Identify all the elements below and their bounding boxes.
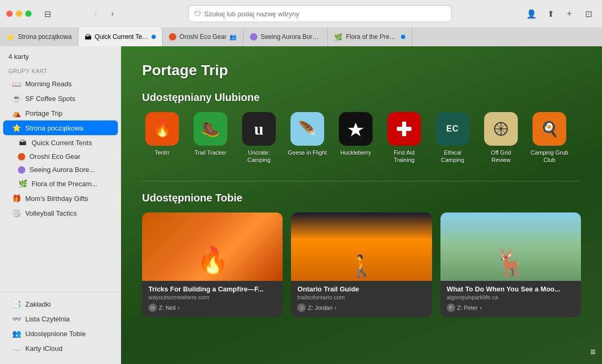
trail-info: Ontario Trail Guide trailsofontario.com … [291, 281, 432, 317]
trail-image [291, 213, 432, 281]
huckleberry-label: Huckleberry [340, 149, 372, 156]
back-button[interactable]: ‹ [88, 6, 103, 21]
portage-trip-icon: ⛺ [12, 108, 21, 118]
shared-with-you-icon: 👥 [12, 329, 21, 338]
fav-trail-tracker[interactable]: 🥾 Trail Tracker [190, 112, 230, 164]
sidebar-item-moms-birthday[interactable]: 🎁 Mom's Birthday Gifts [3, 191, 118, 206]
sidebar-item-sf-coffee[interactable]: ☕ SF Coffee Spots [3, 91, 118, 106]
sidebar-item-flora[interactable]: 🌿 Flora of the Precam... [3, 176, 118, 191]
uncrate-label: Uncrate: Camping [239, 149, 279, 164]
traffic-lights [6, 11, 32, 17]
tab-notification-dot [152, 35, 156, 39]
campfire-info: Tricks For Building a Campfire—F... wayo… [142, 281, 283, 317]
sidebar-item-aurora-label: Seeing Aurora Bore... [29, 166, 109, 174]
off-grid-icon [484, 112, 518, 146]
sidebar-item-oroshi[interactable]: Oroshi Eco Gear [3, 150, 118, 163]
fav-geese[interactable]: 🪶 Geese in Flight [287, 112, 327, 164]
tab-oroshi-label: Oroshi Eco Gear [179, 33, 226, 41]
campfire-image [142, 213, 283, 281]
shared-with-you-title: Udostępnione Tobie [142, 192, 581, 204]
fav-ethical-camping[interactable]: EC Ethical Camping [433, 112, 473, 164]
geese-label: Geese in Flight [288, 149, 327, 156]
forward-button[interactable]: › [105, 6, 120, 21]
sidebar-reading-label: Lista Czytelnia [25, 315, 109, 323]
address-bar[interactable]: 🛡 [188, 5, 452, 22]
tab-oroshi[interactable]: Oroshi Eco Gear 👥 [163, 27, 244, 46]
shared-card-campfire[interactable]: Tricks For Building a Campfire—F... wayo… [142, 213, 283, 317]
morning-reads-icon: 📖 [12, 79, 21, 88]
tentrr-icon: 🔥 [145, 112, 179, 146]
icloud-icon: ☁️ [12, 343, 21, 353]
tab-overview-button[interactable]: ⊡ [581, 6, 596, 21]
sidebar-item-volleyball-label: Volleyball Tactics [25, 209, 109, 217]
new-tab-button[interactable]: + [562, 6, 577, 21]
fullscreen-button[interactable] [25, 11, 32, 17]
first-aid-label: First Aid Training [384, 149, 424, 164]
ethical-camping-icon: EC [436, 112, 469, 146]
fav-huckleberry[interactable]: Huckleberry [336, 112, 376, 164]
tab-star-icon: ⭐ [6, 33, 15, 41]
search-input[interactable] [204, 10, 446, 18]
sidebar-item-quick-current[interactable]: 🏔 Quick Current Tents [3, 135, 118, 150]
tab-start-page[interactable]: ⭐ Strona początkowa [0, 27, 78, 46]
trail-author: J Z: Jordan › [297, 304, 425, 312]
aurora-icon [18, 166, 25, 174]
profile-icon[interactable]: 👤 [524, 6, 539, 21]
sidebar-item-icloud-tabs[interactable]: ☁️ Karty iCloud [3, 341, 118, 356]
sidebar-item-reading-list[interactable]: 👓 Lista Czytelnia [3, 311, 118, 326]
fav-uncrate[interactable]: u Uncrate: Camping [239, 112, 279, 164]
camping-grub-label: Camping Grub Club [529, 149, 569, 164]
camping-grub-icon: 🍳 [533, 112, 566, 146]
page-title: Portage Trip [142, 62, 581, 79]
sidebar-item-sf-coffee-label: SF Coffee Spots [25, 95, 109, 103]
peter-avatar: P [447, 304, 455, 312]
tab-aurora[interactable]: Seeing Aurora Boreali... [244, 27, 328, 46]
huckleberry-icon [339, 112, 373, 146]
sidebar-item-shared-with-you[interactable]: 👥 Udostępnione Tobie [3, 326, 118, 341]
sidebar-item-moms-label: Mom's Birthday Gifts [25, 195, 109, 203]
first-aid-icon [387, 112, 421, 146]
tab-quick-current-tents[interactable]: 🏔 Quick Current Tents [78, 27, 163, 46]
close-button[interactable] [6, 11, 13, 17]
fav-off-grid[interactable]: Off Grid Review [481, 112, 521, 164]
sidebar-item-start-label: Strona początkowa [25, 124, 109, 132]
sidebar-item-volleyball[interactable]: 🏐 Volleyball Tactics [3, 206, 118, 220]
jordan-avatar: J [297, 304, 306, 312]
share-icon[interactable]: ⬆ [543, 6, 558, 21]
bookmarks-icon: 📑 [12, 299, 21, 309]
sidebar-item-portage-label: Portage Trip [25, 109, 109, 117]
fav-first-aid[interactable]: First Aid Training [384, 112, 424, 164]
sidebar-icloud-label: Karty iCloud [25, 345, 109, 352]
tabs-count: 4 karty [0, 50, 121, 65]
sf-coffee-icon: ☕ [12, 94, 21, 103]
tab-start-label: Strona początkowa [18, 33, 72, 41]
quick-current-icon: 🏔 [18, 138, 27, 147]
sidebar: 4 karty Grupy kart 📖 Morning Reads ☕ SF … [0, 46, 121, 364]
minimize-button[interactable] [16, 11, 22, 17]
fav-tentrr[interactable]: 🔥 Tentrr [142, 112, 182, 164]
sidebar-item-oroshi-label: Oroshi Eco Gear [29, 153, 109, 160]
sidebar-item-quick-label: Quick Current Tents [32, 139, 109, 147]
shared-card-moose[interactable]: What To Do When You See a Moo... algonqu… [440, 213, 581, 317]
sidebar-item-aurora[interactable]: Seeing Aurora Bore... [3, 163, 118, 176]
trail-tracker-label: Trail Tracker [195, 149, 227, 156]
campfire-domain: wayoutsomewhere.com [148, 294, 276, 300]
sidebar-item-flora-label: Flora of the Precam... [32, 180, 109, 188]
section-divider [142, 181, 581, 181]
sidebar-item-start-page[interactable]: ⭐ Strona początkowa [3, 120, 118, 135]
tab-aurora-label: Seeing Aurora Boreali... [260, 33, 321, 41]
sidebar-toggle-button[interactable]: ⊟ [42, 8, 53, 19]
volleyball-icon: 🏐 [12, 208, 21, 218]
tab-flora[interactable]: 🌿 Flora of the Precambi... [328, 27, 412, 46]
content-area: Portage Trip Udostępniany Ulubione 🔥 Ten… [121, 46, 602, 364]
titlebar: ⊟ ‹ › 🛡 👤 ⬆ + ⊡ [0, 0, 602, 27]
sidebar-item-bookmarks[interactable]: 📑 Zakładki [3, 297, 118, 311]
sidebar-item-portage-trip[interactable]: ⛺ Portage Trip [3, 106, 118, 120]
sidebar-item-morning-reads[interactable]: 📖 Morning Reads [3, 76, 118, 91]
campfire-title: Tricks For Building a Campfire—F... [148, 285, 276, 293]
tentrr-label: Tentrr [155, 149, 169, 156]
oroshi-icon [18, 153, 25, 160]
shared-card-trail[interactable]: Ontario Trail Guide trailsofontario.com … [291, 213, 432, 317]
fav-camping-grub[interactable]: 🍳 Camping Grub Club [529, 112, 569, 164]
toolbar-right: 👤 ⬆ + ⊡ [524, 6, 596, 21]
